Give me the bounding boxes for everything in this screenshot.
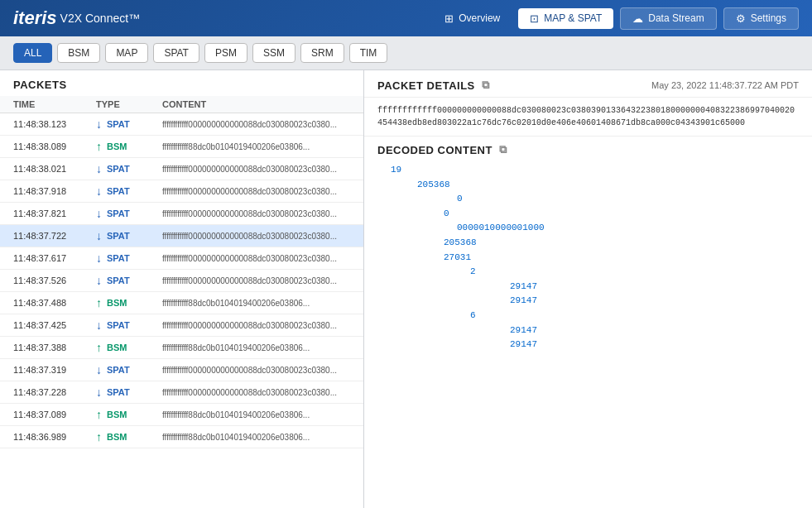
header-nav: ⊞ Overview ⊡ MAP & SPAT ☁ Data Stream ⚙ … <box>433 7 799 30</box>
type-label: SPAT <box>107 119 130 129</box>
cell-content: ffffffffffff000000000000088dc030080023c0… <box>162 388 350 397</box>
xml-tag: 27031 <box>444 252 471 262</box>
table-row[interactable]: 11:48:37.722 ↓ SPAT ffffffffffff00000000… <box>0 225 363 247</box>
cell-time: 11:48:37.425 <box>13 320 96 330</box>
cell-type: ↓ SPAT <box>96 229 162 242</box>
cell-content: ffffffffffff000000000000088dc030080023c0… <box>162 276 350 285</box>
cell-type: ↓ SPAT <box>96 252 162 265</box>
cell-type: ↑ BSM <box>96 140 162 153</box>
cell-type: ↓ SPAT <box>96 363 162 376</box>
table-row[interactable]: 11:48:37.526 ↓ SPAT ffffffffffff00000000… <box>0 270 363 292</box>
details-title: PACKET DETAILS ⧉ <box>377 79 489 92</box>
filter-tim[interactable]: TIM <box>349 43 388 63</box>
arrow-down-icon: ↓ <box>96 363 102 376</box>
overview-icon: ⊞ <box>444 12 454 25</box>
nav-overview-label: Overview <box>459 12 500 24</box>
table-row[interactable]: 11:48:37.821 ↓ SPAT ffffffffffff00000000… <box>0 203 363 225</box>
table-row[interactable]: 11:48:37.425 ↓ SPAT ffffffffffff00000000… <box>0 314 363 337</box>
packets-title: PACKETS <box>0 70 363 96</box>
cell-content: ffffffffffff88dc0b0104019400206e03806... <box>162 343 350 352</box>
arrow-up-icon: ↑ <box>96 408 102 421</box>
cell-time: 11:48:38.123 <box>13 119 96 129</box>
cell-time: 11:48:38.089 <box>13 141 96 151</box>
nav-data-stream[interactable]: ☁ Data Stream <box>620 7 716 30</box>
decoded-header: DECODED CONTENT ⧉ <box>364 137 812 160</box>
nav-overview[interactable]: ⊞ Overview <box>433 8 512 29</box>
logo-iteris: iteris <box>13 7 57 29</box>
table-row[interactable]: 11:48:38.021 ↓ SPAT ffffffffffff00000000… <box>0 158 363 180</box>
table-row[interactable]: 11:48:37.918 ↓ SPAT ffffffffffff00000000… <box>0 180 363 203</box>
filter-srm[interactable]: SRM <box>300 43 344 63</box>
app-logo: iteris V2X Connect™ <box>13 7 140 29</box>
table-row[interactable]: 11:48:36.989 ↑ BSM ffffffffffff88dc0b010… <box>0 426 363 448</box>
cell-type: ↓ SPAT <box>96 185 162 198</box>
type-label: SPAT <box>107 186 130 196</box>
nav-settings-label: Settings <box>751 12 786 24</box>
xml-line: 29147 <box>377 294 799 309</box>
xml-tag: 0 <box>444 208 449 218</box>
details-title-text: PACKET DETAILS <box>377 79 475 92</box>
xml-line: 27031 <box>377 251 799 266</box>
xml-tag: 205368 <box>444 237 477 247</box>
filter-spat[interactable]: SPAT <box>153 43 199 63</box>
table-row[interactable]: 11:48:37.388 ↑ BSM ffffffffffff88dc0b010… <box>0 337 363 359</box>
xml-tag: 2 <box>470 266 476 276</box>
arrow-up-icon: ↑ <box>96 296 102 309</box>
cell-time: 11:48:37.319 <box>13 365 96 375</box>
xml-tag: 205368 <box>417 180 450 189</box>
nav-map-spat[interactable]: ⊡ MAP & SPAT <box>518 8 613 29</box>
xml-tag: 29147 <box>510 281 537 291</box>
type-label: SPAT <box>107 164 130 174</box>
cell-type: ↓ SPAT <box>96 274 162 287</box>
table-row[interactable]: 11:48:37.488 ↑ BSM ffffffffffff88dc0b010… <box>0 292 363 314</box>
type-label: BSM <box>107 298 127 308</box>
table-row[interactable]: 11:48:37.617 ↓ SPAT ffffffffffff00000000… <box>0 247 363 270</box>
xml-line: 205368 <box>377 236 799 251</box>
filter-all[interactable]: ALL <box>13 43 52 63</box>
xml-content: 1920536800000001000000100020536827031229… <box>364 160 812 508</box>
copy-packet-icon[interactable]: ⧉ <box>482 79 490 92</box>
cell-time: 11:48:37.388 <box>13 343 96 352</box>
filter-psm[interactable]: PSM <box>204 43 247 63</box>
xml-line: 0 <box>377 192 799 207</box>
cell-content: ffffffffffff000000000000088dc030080023c0… <box>162 120 350 129</box>
xml-line: 29147 <box>377 280 799 295</box>
type-label: BSM <box>107 432 127 442</box>
filter-ssm[interactable]: SSM <box>252 43 295 63</box>
cell-content: ffffffffffff000000000000088dc030080023c0… <box>162 232 350 241</box>
filter-bsm[interactable]: BSM <box>57 43 100 63</box>
nav-data-stream-label: Data Stream <box>648 12 704 24</box>
arrow-up-icon: ↑ <box>96 140 102 153</box>
xml-line: 205368 <box>377 178 799 193</box>
table-row[interactable]: 11:48:37.228 ↓ SPAT ffffffffffff00000000… <box>0 381 363 404</box>
app-header: iteris V2X Connect™ ⊞ Overview ⊡ MAP & S… <box>0 0 812 36</box>
arrow-down-icon: ↓ <box>96 117 102 131</box>
cell-content: ffffffffffff88dc0b0104019400206e03806... <box>162 142 350 151</box>
decoded-title-text: DECODED CONTENT <box>377 144 492 156</box>
cell-time: 11:48:37.918 <box>13 186 96 196</box>
type-label: SPAT <box>107 387 130 397</box>
filter-map[interactable]: MAP <box>105 43 148 63</box>
cell-type: ↓ SPAT <box>96 386 162 399</box>
cell-type: ↑ BSM <box>96 408 162 421</box>
data-stream-icon: ☁ <box>632 12 643 25</box>
type-label: BSM <box>107 141 127 151</box>
table-row[interactable]: 11:48:38.089 ↑ BSM ffffffffffff88dc0b010… <box>0 136 363 158</box>
nav-settings[interactable]: ⚙ Settings <box>723 7 799 30</box>
xml-tag: 19 <box>391 165 401 175</box>
cell-content: ffffffffffff000000000000088dc030080023c0… <box>162 187 350 196</box>
cell-type: ↑ BSM <box>96 341 162 354</box>
xml-tag: 0000010000001000 <box>457 223 545 232</box>
cell-content: ffffffffffff88dc0b0104019400206e03806... <box>162 410 350 419</box>
details-panel: PACKET DETAILS ⧉ May 23, 2022 11:48:37.7… <box>364 70 812 508</box>
cell-time: 11:48:37.488 <box>13 298 96 308</box>
table-row[interactable]: 11:48:37.089 ↑ BSM ffffffffffff88dc0b010… <box>0 404 363 426</box>
table-row[interactable]: 11:48:38.123 ↓ SPAT ffffffffffff00000000… <box>0 113 363 136</box>
cell-content: ffffffffffff88dc0b0104019400206e03806... <box>162 433 350 442</box>
copy-decoded-icon[interactable]: ⧉ <box>499 143 507 156</box>
table-row[interactable]: 11:48:37.319 ↓ SPAT ffffffffffff00000000… <box>0 359 363 381</box>
type-label: SPAT <box>107 320 130 330</box>
cell-content: ffffffffffff000000000000088dc030080023c0… <box>162 254 350 263</box>
cell-content: ffffffffffff000000000000088dc030080023c0… <box>162 209 350 218</box>
details-timestamp: May 23, 2022 11:48:37.722 AM PDT <box>651 80 799 90</box>
